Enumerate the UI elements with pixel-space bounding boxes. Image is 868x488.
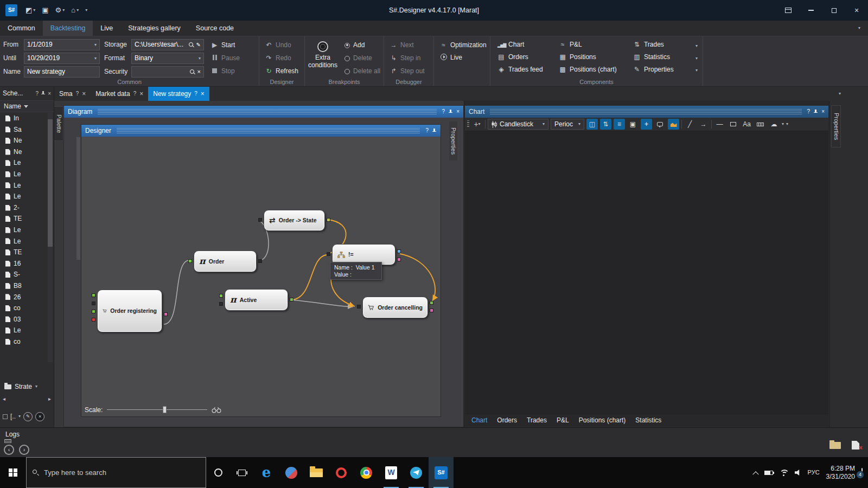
- input-port[interactable]: [357, 305, 361, 309]
- open-folder-icon[interactable]: [829, 442, 841, 449]
- schema-item[interactable]: co: [0, 303, 54, 314]
- debug-step-in-button[interactable]: Step in: [387, 53, 427, 64]
- output-port[interactable]: [397, 258, 401, 261]
- ribbon-collapse-button[interactable]: [858, 25, 860, 31]
- scale-slider-handle[interactable]: [163, 406, 167, 413]
- tab-trades[interactable]: Trades: [527, 416, 547, 424]
- diagram-node-order-registering[interactable]: Order registering: [97, 290, 162, 332]
- chevron-down-icon[interactable]: [695, 43, 698, 49]
- help-icon[interactable]: [442, 108, 445, 115]
- stop-button[interactable]: Stop: [208, 66, 242, 77]
- output-port[interactable]: [258, 259, 262, 263]
- taskbar-app-explorer[interactable]: [304, 457, 329, 488]
- help-icon[interactable]: [133, 91, 137, 97]
- chevron-down-icon[interactable]: [782, 121, 784, 127]
- pause-button[interactable]: Pause: [208, 53, 242, 64]
- designer-canvas[interactable]: ⇄ Order -> State π Order: [81, 137, 441, 416]
- qat-settings-button[interactable]: [52, 4, 68, 16]
- debug-next-button[interactable]: Next: [387, 40, 427, 51]
- taskbar-app-messenger[interactable]: [404, 457, 429, 488]
- schema-item[interactable]: TE: [0, 247, 54, 258]
- start-button[interactable]: Start: [208, 40, 242, 51]
- security-search-field[interactable]: [131, 66, 204, 78]
- schema-item[interactable]: Le: [0, 180, 54, 191]
- close-icon[interactable]: [201, 90, 205, 98]
- scrollbar-thumb[interactable]: [48, 119, 53, 247]
- input-port[interactable]: [92, 293, 95, 297]
- input-port[interactable]: [188, 259, 192, 263]
- input-port[interactable]: [92, 318, 95, 322]
- help-icon[interactable]: [425, 127, 429, 134]
- close-icon[interactable]: [82, 90, 86, 98]
- schema-item[interactable]: co: [0, 336, 54, 347]
- help-icon[interactable]: [194, 91, 197, 97]
- extra-conditions-button[interactable]: Extra conditions: [308, 39, 337, 78]
- search-icon[interactable]: [190, 69, 195, 75]
- input-port[interactable]: [92, 301, 95, 305]
- page-left-button[interactable]: [3, 396, 5, 402]
- storage-path-field[interactable]: C:\Users\tesar\...: [131, 39, 204, 50]
- logs-next-button[interactable]: ›: [19, 445, 29, 455]
- component-trades-feed-button[interactable]: Trades feed: [494, 64, 551, 75]
- output-port[interactable]: [430, 301, 433, 305]
- text-tool[interactable]: Aa: [741, 119, 752, 130]
- input-port[interactable]: [327, 252, 330, 256]
- action-center-button[interactable]: 4: [861, 468, 863, 476]
- pages-button[interactable]: [627, 119, 639, 130]
- component-positions-chart-button[interactable]: Positions (chart): [555, 64, 625, 75]
- clock[interactable]: 6:28 PM 3/31/2020: [826, 465, 855, 480]
- chart-panel-header[interactable]: Chart: [465, 106, 828, 118]
- scale-slider[interactable]: [107, 409, 207, 410]
- taskbar-app-2[interactable]: [279, 457, 304, 488]
- breakpoint-delete-all-button[interactable]: Delete all: [342, 66, 383, 77]
- input-port[interactable]: [219, 294, 223, 298]
- schema-item[interactable]: Le: [0, 157, 54, 169]
- chart-layout-toggle[interactable]: [586, 119, 598, 130]
- refresh-button[interactable]: Refresh: [263, 66, 301, 77]
- input-port[interactable]: [92, 310, 95, 313]
- clear-circle-button[interactable]: [35, 412, 44, 421]
- designer-panel-header[interactable]: Designer: [81, 125, 441, 137]
- cortana-button[interactable]: [206, 457, 230, 488]
- schema-item[interactable]: Ne: [0, 146, 54, 158]
- title-bar[interactable]: S# S#.Designer v4.4.17.0 [Marat]: [0, 0, 868, 21]
- help-icon[interactable]: [76, 91, 79, 97]
- output-port[interactable]: [397, 249, 401, 253]
- toolbar-grip[interactable]: [467, 120, 469, 128]
- palette-tab[interactable]: Palette: [54, 106, 63, 141]
- tray-expand-icon[interactable]: [752, 471, 758, 477]
- chevron-down-icon[interactable]: [695, 68, 698, 73]
- from-date-picker[interactable]: 1/1/2019: [24, 39, 100, 50]
- tab-orders[interactable]: Orders: [497, 416, 517, 424]
- schema-item[interactable]: 03: [0, 314, 54, 325]
- ribbon-tab-common[interactable]: Common: [0, 21, 43, 36]
- auto-range-toggle[interactable]: [600, 119, 611, 130]
- diagram-node-active[interactable]: π Active: [225, 289, 288, 311]
- page-right-button[interactable]: [48, 396, 51, 402]
- diagram-node-order-state[interactable]: ⇄ Order -> State: [264, 210, 325, 231]
- schema-item[interactable]: Le: [0, 325, 54, 336]
- clear-log-icon[interactable]: [852, 441, 859, 450]
- chevron-down-icon[interactable]: [695, 56, 698, 61]
- output-port[interactable]: [164, 312, 168, 316]
- strategy-name-field[interactable]: New strategy: [24, 66, 100, 78]
- pin-icon[interactable]: [813, 110, 818, 114]
- qat-save-button[interactable]: [39, 4, 52, 16]
- tab-new-strategy[interactable]: New strategy: [148, 87, 209, 101]
- annotations-button[interactable]: [654, 119, 666, 130]
- qat-strategy-button[interactable]: [22, 4, 39, 16]
- schema-item[interactable]: Le: [0, 236, 54, 247]
- checkbox[interactable]: [3, 414, 8, 419]
- search-input[interactable]: [44, 468, 200, 477]
- diagram-panel-header[interactable]: Diagram: [64, 106, 463, 118]
- live-button[interactable]: Live: [437, 52, 489, 63]
- close-icon[interactable]: [48, 91, 51, 97]
- tab-overflow-button[interactable]: [839, 91, 841, 97]
- rectangle-tool[interactable]: [727, 119, 739, 130]
- tab-pnl[interactable]: P&L: [557, 416, 569, 424]
- breakpoint-add-button[interactable]: Add: [342, 40, 383, 51]
- component-positions-button[interactable]: Positions: [555, 52, 625, 63]
- taskbar-app-sdesigner[interactable]: S#: [429, 457, 454, 488]
- network-icon[interactable]: [780, 470, 788, 476]
- battery-icon[interactable]: [764, 471, 773, 475]
